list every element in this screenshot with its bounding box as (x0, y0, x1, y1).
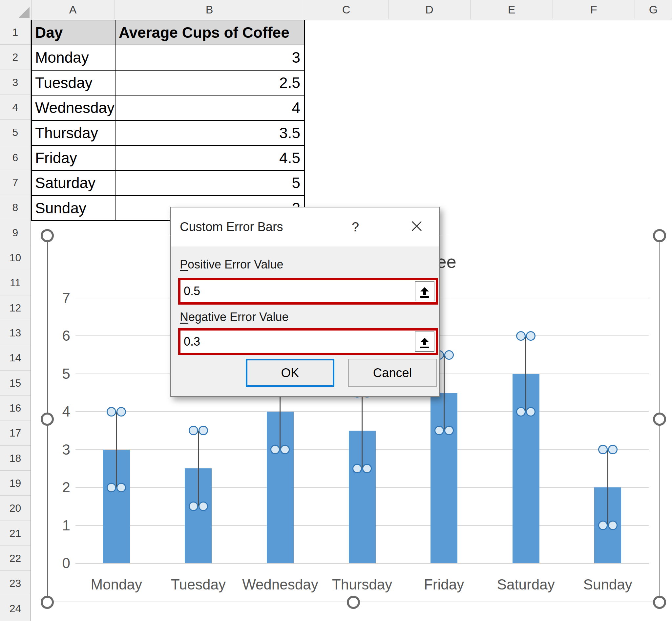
error-bar-end-marker[interactable] (444, 426, 454, 435)
error-bar-end-marker[interactable] (199, 501, 208, 511)
negative-error-input[interactable] (180, 331, 436, 353)
cell-day[interactable]: Tuesday (32, 71, 116, 95)
error-bar-thursday[interactable] (362, 393, 363, 469)
row-header-3[interactable]: 3 (0, 70, 31, 95)
error-bar-end-marker[interactable] (598, 445, 608, 454)
error-bar-end-marker[interactable] (516, 331, 526, 341)
x-axis-label-saturday: Saturday (483, 576, 569, 593)
row-header-9[interactable]: 9 (0, 220, 31, 245)
column-header-C[interactable]: C (304, 0, 388, 19)
error-bar-end-marker[interactable] (107, 407, 116, 416)
x-axis-label-sunday: Sunday (565, 576, 650, 593)
row-header-6[interactable]: 6 (0, 145, 31, 170)
row-header-10[interactable]: 10 (0, 245, 31, 270)
column-header-band: ABCDEFG (0, 0, 672, 20)
cancel-button[interactable]: Cancel (348, 359, 437, 387)
error-bar-friday[interactable] (444, 355, 445, 430)
cell-day[interactable]: Wednesday (32, 95, 116, 120)
row-header-24[interactable]: 24 (0, 596, 31, 621)
error-bar-end-marker[interactable] (608, 445, 618, 454)
collapse-dialog-button[interactable] (415, 332, 434, 352)
collapse-dialog-button[interactable] (415, 281, 434, 301)
selection-handle[interactable] (653, 413, 666, 426)
cell-day-header[interactable]: Day (32, 20, 116, 45)
error-bar-end-marker[interactable] (526, 331, 536, 341)
select-all-corner[interactable] (0, 0, 32, 20)
column-header-E[interactable]: E (470, 0, 553, 19)
cell-value-header[interactable]: Average Cups of Coffee (116, 20, 305, 45)
cell-value[interactable]: 3 (116, 45, 305, 70)
error-bar-monday[interactable] (116, 412, 117, 487)
row-header-15[interactable]: 15 (0, 371, 31, 396)
error-bar-end-marker[interactable] (189, 501, 198, 511)
help-icon[interactable]: ? (345, 207, 366, 247)
error-bar-end-marker[interactable] (516, 407, 526, 416)
row-header-17[interactable]: 17 (0, 420, 31, 445)
cell-day[interactable]: Monday (32, 45, 116, 70)
x-axis-label-monday: Monday (74, 576, 159, 593)
selection-handle[interactable] (653, 229, 666, 242)
y-axis-tick-label: 1 (34, 516, 70, 534)
positive-error-label: Positive Error Value (180, 257, 283, 272)
cell-day[interactable]: Thursday (32, 121, 116, 146)
error-bar-end-marker[interactable] (199, 426, 208, 435)
error-bar-end-marker[interactable] (117, 483, 126, 492)
row-header-4[interactable]: 4 (0, 95, 31, 120)
cell-value[interactable]: 5 (116, 171, 305, 196)
error-bar-tuesday[interactable] (198, 430, 199, 506)
row-header-12[interactable]: 12 (0, 295, 31, 320)
error-bar-saturday[interactable] (525, 336, 526, 412)
cell-value[interactable]: 3.5 (116, 121, 305, 146)
selection-handle[interactable] (653, 596, 666, 609)
column-header-F[interactable]: F (553, 0, 635, 19)
row-header-13[interactable]: 13 (0, 320, 31, 345)
row-header-14[interactable]: 14 (0, 345, 31, 370)
column-header-B[interactable]: B (115, 0, 304, 19)
error-bar-end-marker[interactable] (362, 464, 372, 473)
worksheet: ABCDEFG 12345678910111213141516171819202… (0, 0, 672, 621)
column-header-G[interactable]: G (635, 0, 672, 19)
row-header-20[interactable]: 20 (0, 496, 31, 521)
error-bar-end-marker[interactable] (598, 521, 608, 530)
selection-handle[interactable] (41, 413, 54, 426)
ok-button[interactable]: OK (246, 359, 334, 387)
row-header-1[interactable]: 1 (0, 20, 31, 45)
error-bar-end-marker[interactable] (444, 350, 454, 360)
negative-error-label: Negative Error Value (180, 310, 289, 324)
row-header-8[interactable]: 8 (0, 195, 31, 220)
row-header-16[interactable]: 16 (0, 396, 31, 420)
error-bar-sunday[interactable] (607, 450, 608, 526)
column-header-D[interactable]: D (388, 0, 470, 19)
positive-error-input[interactable] (180, 280, 436, 302)
error-bar-end-marker[interactable] (608, 521, 618, 530)
cell-day[interactable]: Sunday (32, 196, 116, 221)
selection-handle[interactable] (41, 229, 54, 242)
cell-day[interactable]: Friday (32, 146, 116, 171)
selection-handle[interactable] (41, 596, 54, 609)
row-header-19[interactable]: 19 (0, 471, 31, 496)
cell-value[interactable]: 4 (116, 95, 305, 120)
y-axis-tick-label: 5 (34, 365, 70, 383)
row-header-2[interactable]: 2 (0, 45, 31, 70)
cell-value[interactable]: 2.5 (116, 71, 305, 95)
row-header-18[interactable]: 18 (0, 446, 31, 471)
dialog-titlebar[interactable]: Custom Error Bars ? (171, 207, 439, 247)
close-icon[interactable] (405, 207, 428, 247)
column-header-A[interactable]: A (31, 0, 115, 19)
cell-value[interactable]: 4.5 (116, 146, 305, 171)
error-bar-end-marker[interactable] (352, 464, 362, 473)
row-header-22[interactable]: 22 (0, 546, 31, 571)
cell-day[interactable]: Saturday (32, 171, 116, 196)
row-header-11[interactable]: 11 (0, 270, 31, 295)
table-row: Wednesday4 (32, 95, 305, 120)
selection-handle[interactable] (347, 596, 360, 609)
row-header-21[interactable]: 21 (0, 521, 31, 546)
error-bar-end-marker[interactable] (117, 407, 126, 416)
error-bar-end-marker[interactable] (107, 483, 116, 492)
row-header-7[interactable]: 7 (0, 170, 31, 195)
error-bar-end-marker[interactable] (434, 426, 444, 435)
row-header-5[interactable]: 5 (0, 120, 31, 145)
error-bar-end-marker[interactable] (189, 426, 198, 435)
row-header-23[interactable]: 23 (0, 571, 31, 596)
error-bar-end-marker[interactable] (526, 407, 536, 416)
